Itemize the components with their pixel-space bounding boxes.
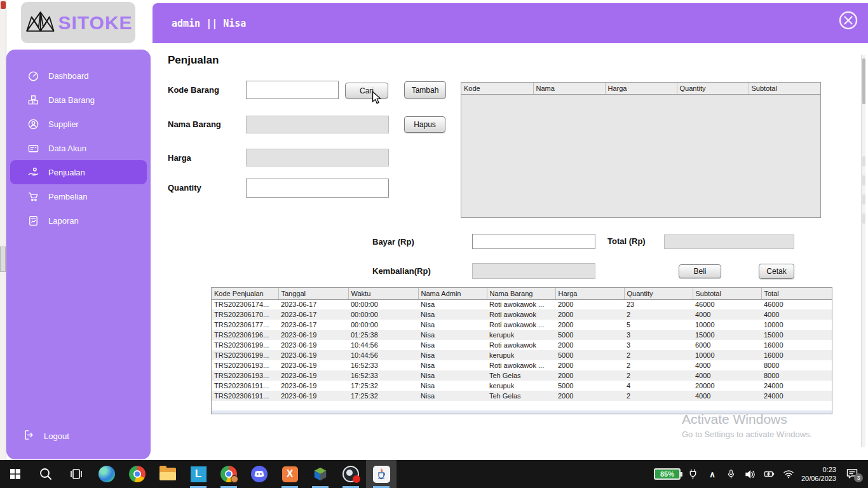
report-icon [27, 215, 39, 227]
sidebar-item-label: Penjualan [48, 168, 85, 177]
sidebar-item-data-barang[interactable]: Data Barang [10, 88, 147, 112]
sidebar-item-pembelian[interactable]: Pembelian [10, 184, 147, 208]
table-cell: 2000 [555, 309, 624, 320]
nama-barang-label: Nama Barang [168, 119, 221, 129]
taskbar-netbeans[interactable] [305, 460, 336, 488]
cart-col-nama: Nama [533, 83, 605, 94]
sidebar-nav: Dashboard Data Barang Supplier [6, 64, 151, 233]
hapus-button[interactable]: Hapus [404, 116, 445, 133]
tray-expand-chevron[interactable]: ∧ [706, 470, 719, 479]
table-cell: 2023-06-19 [278, 340, 348, 350]
table-cell: 20000 [693, 381, 761, 391]
notification-center-button[interactable]: 3 [843, 468, 862, 480]
power-settings-icon[interactable] [763, 469, 776, 479]
table-cell: 10000 [693, 350, 761, 360]
table-cell: 24000 [761, 391, 832, 401]
table-cell: 2000 [555, 360, 624, 370]
battery-indicator[interactable]: 85% [654, 468, 681, 480]
table-cell: 4000 [693, 391, 761, 401]
table-row[interactable]: TRS202306193...2023-06-1916:52:33NisaTeh… [212, 370, 832, 381]
sidebar-item-laporan[interactable]: Laporan [10, 208, 147, 233]
taskbar-xampp[interactable]: X [275, 460, 305, 488]
background-window-fragment [0, 247, 6, 272]
table-cell: Nisa [418, 320, 487, 330]
table-cell: Teh Gelas [487, 370, 555, 381]
taskbar-l-app[interactable]: L [183, 460, 214, 488]
hist-col-waktu: Waktu [348, 288, 418, 299]
logout-button[interactable]: Logout [6, 424, 151, 448]
taskbar-chrome[interactable] [122, 460, 153, 488]
table-row[interactable]: TRS202306191...2023-06-1917:25:32NisaTeh… [212, 391, 832, 401]
table-cell: 16:52:33 [348, 370, 418, 381]
vertical-scrollbar[interactable] [861, 55, 865, 447]
cart-table[interactable]: Kode Nama Harga Quantity Subtotal [461, 82, 821, 218]
table-cell: 3 [624, 340, 693, 350]
quantity-label: Quantity [168, 183, 201, 193]
windows-logo-icon [9, 468, 22, 480]
wifi-icon[interactable] [782, 469, 795, 479]
speaker-icon[interactable] [744, 469, 757, 480]
taskbar-java-app[interactable] [366, 460, 397, 488]
taskbar-chrome-profile[interactable] [214, 460, 244, 488]
taskbar-edge[interactable] [92, 460, 122, 488]
table-row[interactable]: TRS202306199...2023-06-1910:44:56NisaRot… [212, 340, 832, 350]
sidebar-item-penjualan[interactable]: Penjualan [10, 160, 147, 184]
quantity-input[interactable] [246, 179, 389, 198]
table-cell: Roti awokawok ... [487, 360, 555, 370]
scrollbar-thumb[interactable] [862, 58, 865, 104]
sidebar-item-dashboard[interactable]: Dashboard [10, 64, 147, 88]
brand-name: SITOKE [58, 12, 132, 34]
table-cell: Nisa [418, 299, 487, 309]
history-table[interactable]: Kode Penjualan Tanggal Waktu Nama Admin … [211, 287, 832, 414]
table-cell: Nisa [418, 350, 487, 360]
sidebar-item-supplier[interactable]: Supplier [10, 112, 147, 136]
table-cell: 10000 [761, 320, 832, 330]
bayar-input[interactable] [472, 234, 595, 249]
table-row[interactable]: TRS202306174...2023-06-1700:00:00NisaRot… [212, 299, 832, 309]
sidebar-item-data-akun[interactable]: Data Akun [10, 136, 147, 160]
beli-button[interactable]: Beli [679, 264, 721, 278]
discord-icon [251, 466, 268, 482]
table-cell: 17:25:32 [348, 391, 418, 401]
table-cell: Nisa [418, 381, 487, 391]
tambah-button[interactable]: Tambah [404, 81, 446, 98]
search-button[interactable] [31, 460, 61, 488]
chrome-icon [129, 466, 146, 482]
table-cell: TRS202306199... [212, 350, 278, 360]
hand-coin-icon [27, 166, 39, 179]
table-row[interactable]: TRS202306191...2023-06-1917:25:32Nisaker… [212, 381, 832, 391]
table-cell: Nisa [418, 370, 487, 381]
hist-col-harga: Harga [555, 288, 624, 299]
start-button[interactable] [0, 460, 31, 488]
cetak-button[interactable]: Cetak [759, 264, 794, 279]
table-row[interactable]: TRS202306199...2023-06-1910:44:56Nisaker… [212, 350, 832, 360]
taskbar-file-explorer[interactable] [153, 460, 183, 488]
activate-windows-watermark-sub: Go to Settings to activate Windows. [682, 430, 812, 439]
table-row[interactable]: TRS202306196...2023-06-1901:25:38Nisaker… [212, 330, 832, 340]
table-row[interactable]: TRS202306193...2023-06-1916:52:33NisaRot… [212, 360, 832, 370]
table-cell: 5000 [555, 350, 624, 360]
table-cell: 16000 [761, 350, 832, 360]
taskbar-clock[interactable]: 0:23 20/06/2023 [801, 465, 836, 483]
task-view-button[interactable] [61, 460, 92, 488]
table-cell: TRS202306174... [212, 299, 278, 309]
table-cell: 2023-06-17 [278, 320, 348, 330]
kode-barang-input[interactable] [246, 81, 339, 99]
table-row[interactable]: TRS202306177...2023-06-1700:00:00NisaRot… [212, 320, 832, 330]
taskbar-obs[interactable] [336, 460, 366, 488]
taskbar-discord[interactable] [244, 460, 275, 488]
table-cell: 5000 [555, 330, 624, 340]
table-cell: Nisa [418, 330, 487, 340]
table-row[interactable]: TRS202306170...2023-06-1700:00:00NisaRot… [212, 309, 832, 320]
cart-table-header: Kode Nama Harga Quantity Subtotal [461, 83, 821, 94]
netbeans-icon [313, 466, 328, 482]
usb-plug-icon[interactable] [687, 468, 700, 480]
microphone-icon[interactable] [725, 468, 738, 480]
close-button[interactable] [838, 10, 858, 30]
logout-label: Logout [44, 431, 69, 441]
table-cell: 2 [624, 391, 693, 401]
table-cell: 5000 [555, 381, 624, 391]
edge-icon [98, 466, 115, 482]
table-cell: 10:44:56 [348, 340, 418, 350]
hist-col-total: Total [761, 288, 832, 299]
